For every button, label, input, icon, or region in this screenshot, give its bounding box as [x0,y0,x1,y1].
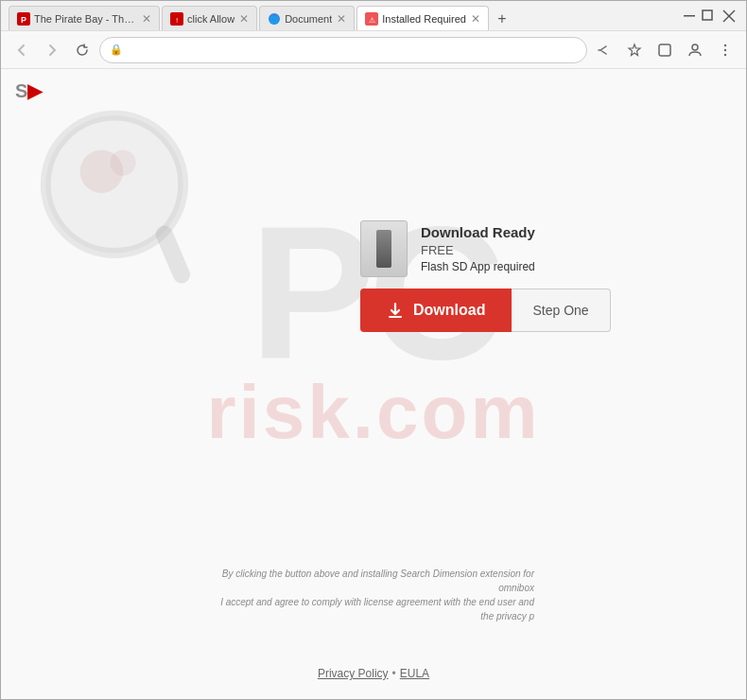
product-title: Download Ready [421,224,535,240]
tab-switcher-button[interactable] [651,37,678,63]
svg-point-20 [110,149,135,175]
tab-document[interactable]: 🌐 Document ✕ [259,6,355,30]
svg-text:!: ! [176,16,178,25]
risk-watermark: risk.com [206,369,540,456]
new-tab-button[interactable]: + [491,8,513,30]
menu-icon [718,43,733,58]
product-price: FREE [421,243,535,257]
tab-favicon-1: P [17,12,30,26]
close-icon [723,10,735,22]
tab-switcher-icon [657,43,672,58]
download-row: Download Step One [360,289,611,332]
tab-label-3: Document [285,13,332,25]
page-content: PC risk.com S▶ Download Ready FREE Flash… [1,69,746,699]
share-icon [597,43,612,58]
svg-text:P: P [21,15,26,25]
tab-close-2[interactable]: ✕ [239,12,249,26]
svg-text:⚠: ⚠ [369,16,375,25]
share-button[interactable] [591,37,617,63]
tab-click-allow[interactable]: ! click Allow ✕ [162,6,257,30]
navigation-bar: 🔒 [1,31,746,69]
window-control-icons [682,7,738,26]
reload-button[interactable] [69,37,96,63]
lock-icon: 🔒 [110,44,123,56]
tab-label-4: Installed Required [382,13,466,25]
download-icon [387,302,404,319]
download-button[interactable]: Download [360,289,512,332]
forward-icon [45,44,59,57]
bookmark-button[interactable] [621,37,648,63]
tab-installed[interactable]: ⚠ Installed Required ✕ [356,6,489,30]
main-content: Download Ready FREE Flash SD App require… [360,220,611,332]
svg-marker-12 [629,44,640,56]
tab-close-4[interactable]: ✕ [471,12,480,26]
tab-favicon-4: ⚠ [365,12,378,26]
tab-label-1: The Pirate Bay - The ga... [34,13,137,25]
reload-icon [76,44,89,57]
svg-line-21 [165,235,182,275]
tab-bar: P The Pirate Bay - The ga... ✕ ! click A… [1,1,674,30]
star-icon [627,43,642,58]
nav-actions [591,37,738,63]
product-icon-inner [376,230,391,268]
browser-window: P The Pirate Bay - The ga... ✕ ! click A… [0,0,747,700]
restore-icon [703,10,712,20]
privacy-policy-link[interactable]: Privacy Policy [318,667,389,680]
forward-button[interactable] [39,37,65,63]
eula-link[interactable]: EULA [400,667,429,680]
tab-favicon-3: 🌐 [268,12,281,26]
product-info: Download Ready FREE Flash SD App require… [360,220,535,277]
address-bar[interactable]: 🔒 [99,37,587,63]
back-button[interactable] [9,37,35,63]
product-details: Download Ready FREE Flash SD App require… [421,224,535,273]
disclaimer-line2: I accept and agree to comply with licens… [220,597,534,621]
svg-point-14 [692,44,698,50]
download-label: Download [413,302,485,319]
product-icon [360,220,408,277]
svg-point-18 [45,115,182,253]
svg-rect-9 [703,10,712,20]
back-icon [15,44,28,57]
svg-point-17 [724,53,726,55]
page-logo: S▶ [15,79,42,103]
profile-icon [687,43,703,58]
product-requirement: Flash SD App required [421,260,535,273]
svg-text:🌐: 🌐 [269,15,279,25]
page-footer: Privacy Policy • EULA [318,667,429,680]
svg-rect-8 [684,15,695,17]
minimize-icon [684,15,695,17]
profile-button[interactable] [682,37,708,63]
logo-text: S▶ [15,80,42,101]
svg-rect-13 [659,44,670,56]
magnify-watermark [29,107,200,296]
step-one-button[interactable]: Step One [512,289,610,332]
svg-point-16 [724,48,726,50]
svg-point-15 [724,44,726,45]
tab-favicon-2: ! [170,12,183,26]
footer-separator: • [392,667,396,680]
tab-close-1[interactable]: ✕ [142,12,151,26]
tab-label-2: click Allow [187,13,235,25]
disclaimer-line1: By clicking the button above and install… [222,569,534,593]
step-one-label: Step One [532,303,588,318]
menu-button[interactable] [712,37,738,63]
window-controls [674,7,746,26]
tab-pirate-bay[interactable]: P The Pirate Bay - The ga... ✕ [9,6,160,30]
tab-close-3[interactable]: ✕ [337,12,346,26]
title-bar: P The Pirate Bay - The ga... ✕ ! click A… [1,1,746,31]
disclaimer-text: By clicking the button above and install… [213,567,534,623]
svg-point-19 [80,149,123,192]
